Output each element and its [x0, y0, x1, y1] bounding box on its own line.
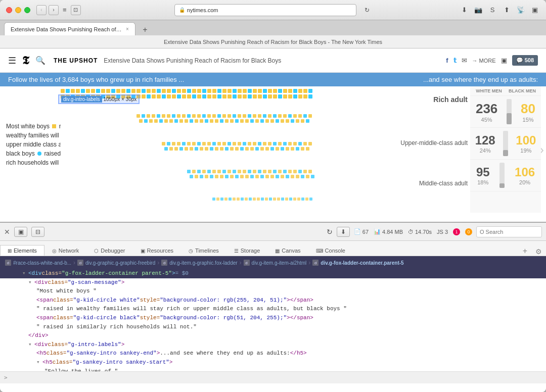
devtools-close-button[interactable]: ✕: [4, 228, 10, 236]
tab-settings-button[interactable]: ⚙: [531, 248, 546, 256]
svg-rect-187: [253, 142, 256, 145]
save-button[interactable]: ▣: [501, 57, 507, 64]
svg-rect-146: [195, 119, 198, 123]
twitter-button[interactable]: 𝕥: [453, 57, 457, 64]
url-bar[interactable]: 🔒 nytimes.com: [174, 4, 356, 16]
tab-storage[interactable]: ☰ Storage: [226, 245, 268, 256]
tree-line-scan[interactable]: ▾ <div class="g-scan-message" >: [0, 278, 546, 287]
svg-rect-134: [308, 114, 312, 118]
svg-rect-240: [248, 170, 251, 173]
tree-line-follow[interactable]: "Follow the lives of ": [0, 367, 546, 371]
devtools-doc-button[interactable]: ▣: [14, 227, 27, 237]
svg-rect-108: [177, 114, 180, 118]
info-banner: Follow the lives of 3,684 boys who grew …: [0, 73, 546, 86]
svg-rect-89: [258, 94, 262, 99]
cast-icon[interactable]: 📡: [516, 5, 526, 15]
tree-line-text-2[interactable]: " raised in wealthy families will stay r…: [0, 305, 546, 314]
tab-timelines[interactable]: ◷ Timelines: [181, 245, 226, 256]
black-middle-pct: 20%: [515, 179, 535, 185]
tab-network[interactable]: ◎ Network: [44, 245, 86, 256]
tab-canvas[interactable]: ▦ Canvas: [267, 245, 308, 256]
tree-line-span-black[interactable]: <span class="g-kid-circle black" style="…: [0, 314, 546, 323]
close-button[interactable]: [6, 7, 12, 13]
svg-rect-2: [71, 89, 75, 93]
devtools-refresh-button[interactable]: ↻: [327, 228, 333, 236]
breadcrumb-item-1[interactable]: d #race-class-white-and-b...: [3, 259, 73, 267]
tree-line-span-white[interactable]: <span class="g-kid-circle white" style="…: [0, 296, 546, 305]
breadcrumb-item-3[interactable]: d div.g-item.g-graphic.fox-ladder: [159, 259, 239, 267]
svg-rect-299: [297, 198, 300, 201]
email-button[interactable]: ✉: [462, 57, 467, 64]
banner-left-text: Follow the lives of 3,684 boys who grew …: [8, 76, 184, 83]
bookmark-button[interactable]: ⊡: [71, 5, 81, 15]
tree-line-h5-start[interactable]: ▾ <h5 class="g-sankey-intro sankey-start…: [0, 358, 546, 367]
breadcrumb-item-4[interactable]: d div.g-item.g-item-ai2html: [242, 259, 309, 267]
history-button[interactable]: ≡: [63, 6, 67, 14]
tree-line-text-3[interactable]: " raised in similarly rich households wi…: [0, 323, 546, 332]
expand-arrow-h5[interactable]: ▾: [36, 358, 42, 367]
new-tab-button[interactable]: +: [139, 24, 152, 35]
svg-rect-120: [238, 114, 241, 118]
tree-line-intro[interactable]: ▾ <div class="g-intro-labels" >: [0, 340, 546, 350]
svg-rect-275: [301, 175, 304, 178]
svg-rect-276: [306, 175, 309, 178]
download-icon[interactable]: ⬇: [459, 5, 469, 15]
tab-debugger[interactable]: ⬡ Debugger: [86, 245, 132, 256]
tree-line-h5-end[interactable]: <h5 class="g-sankey-intro sankey-end" > …: [0, 349, 546, 358]
sidebar-icon[interactable]: ▣: [530, 5, 540, 15]
svg-rect-286: [245, 198, 248, 201]
svg-rect-128: [278, 114, 282, 118]
nyt-search-icon[interactable]: 🔍: [35, 56, 46, 65]
devtools-split-button[interactable]: ⊟: [31, 227, 44, 237]
breadcrumb-item-5[interactable]: d div.g-fox-ladder-container.parent-5: [310, 259, 405, 267]
tab-close-button[interactable]: ×: [126, 26, 129, 32]
back-button[interactable]: ‹: [36, 5, 47, 15]
tab-resources[interactable]: ▣ Resources: [133, 245, 181, 256]
stat-black-rich: 80 15%: [521, 101, 535, 123]
tab-elements[interactable]: ⊞ Elements: [0, 245, 44, 256]
tree-line-close-scan[interactable]: </div>: [0, 331, 546, 340]
devtools-toolbar: ✕ ▣ ⊟ ↻ ⬇ 📄 67 📊 4.84 MB ⏱ 14.70s JS 3 1…: [0, 223, 546, 241]
camera-icon[interactable]: 📷: [473, 5, 483, 15]
svg-rect-145: [190, 119, 193, 123]
comments-button[interactable]: 💬 508: [512, 55, 538, 66]
black-upper-pct: 19%: [516, 148, 536, 154]
expand-arrow-selected[interactable]: ▾: [22, 269, 28, 278]
add-tab-button[interactable]: +: [519, 247, 531, 256]
facebook-button[interactable]: f: [446, 57, 448, 64]
tab-canvas-label: Canvas: [282, 248, 300, 254]
attr-class-intro: class=: [48, 340, 68, 350]
tab-debugger-label: Debugger: [101, 248, 125, 254]
svg-rect-177: [202, 142, 206, 145]
maximize-button[interactable]: [24, 7, 30, 13]
tree-line-selected[interactable]: ▾ <div class="g-fox-ladder-container par…: [0, 269, 546, 278]
tag-span-white: <span: [36, 296, 53, 305]
rich-adult-label: Rich adult: [433, 95, 468, 104]
minimize-button[interactable]: [15, 7, 21, 13]
tag-span-black-self: ></span>: [287, 314, 313, 323]
nav-buttons: ‹ ›: [36, 5, 59, 15]
text-wealthy: " raised in wealthy families will stay r…: [36, 305, 347, 314]
svg-rect-281: [224, 198, 228, 201]
bar-rich: [507, 99, 512, 124]
devtools-search-input[interactable]: [476, 226, 542, 237]
forward-button[interactable]: ›: [49, 5, 59, 15]
devtools-tree[interactable]: ▾ <div class="g-fox-ladder-container par…: [0, 269, 546, 371]
refresh-button[interactable]: ↻: [365, 7, 370, 14]
tree-line-text-1[interactable]: "Most white boys ": [0, 287, 546, 296]
more-button[interactable]: → MORE: [472, 58, 496, 64]
expand-arrow-intro[interactable]: ▾: [28, 340, 34, 350]
hamburger-menu[interactable]: ☰: [8, 55, 16, 66]
tab-console[interactable]: ⌨ Console: [308, 245, 353, 256]
nyt-article-title: Extensive Data Shows Punishing Reach of …: [104, 57, 446, 64]
devtools-download-button[interactable]: ⬇: [337, 227, 350, 237]
highlight-label: div.g-intro-labels: [61, 96, 102, 103]
breadcrumb-item-2[interactable]: d div.g-graphic.g-graphic-freebird: [75, 259, 157, 267]
active-tab[interactable]: Extensive Data Shows Punishing Reach of …: [4, 22, 135, 35]
svg-rect-104: [157, 114, 160, 118]
expand-arrow-scan[interactable]: ▾: [28, 278, 34, 287]
extension-s-icon[interactable]: S: [487, 5, 497, 15]
share-icon[interactable]: ⬆: [502, 5, 512, 15]
svg-rect-167: [301, 119, 304, 123]
svg-rect-201: [174, 147, 178, 151]
